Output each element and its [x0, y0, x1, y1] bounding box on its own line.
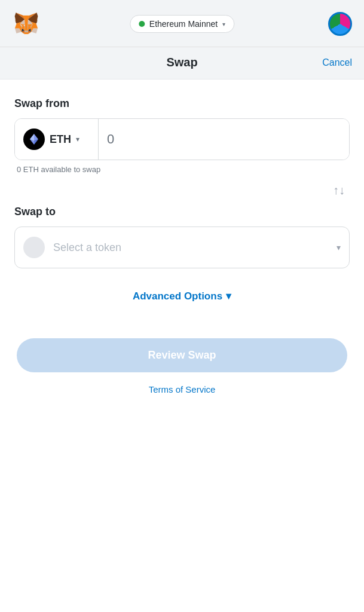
review-swap-container: Review Swap	[14, 338, 350, 372]
swap-to-section: Swap to Select a token ▾	[14, 206, 350, 268]
select-token-placeholder: Select a token	[53, 241, 337, 254]
main-content: Swap from ETH ▾ 0 ETH available to swap	[0, 79, 364, 612]
swap-direction-container: ↑↓	[14, 181, 350, 200]
header-left	[12, 10, 41, 38]
advanced-options-label: Advanced Options	[133, 290, 222, 302]
network-chevron-icon: ▾	[222, 21, 225, 27]
swap-to-label: Swap to	[14, 206, 350, 218]
eth-icon	[23, 128, 45, 150]
swap-from-input-row: ETH ▾	[14, 118, 350, 160]
page-title: Swap	[166, 56, 197, 69]
title-bar: Swap Cancel	[0, 47, 364, 79]
network-name: Ethereum Mainnet	[149, 19, 218, 29]
swap-from-label: Swap from	[14, 97, 350, 110]
swap-from-amount-input[interactable]	[99, 119, 349, 160]
terms-of-service-link[interactable]: Terms of Service	[149, 384, 216, 394]
account-avatar[interactable]	[328, 12, 352, 36]
swap-direction-button[interactable]: ↑↓	[328, 181, 350, 200]
advanced-options-container: Advanced Options ▾	[14, 290, 350, 302]
from-token-name: ETH	[50, 133, 71, 146]
advanced-options-button[interactable]: Advanced Options ▾	[133, 290, 231, 302]
network-status-dot	[139, 21, 145, 27]
to-token-selector[interactable]: Select a token ▾	[14, 227, 350, 268]
eth-diamond-icon	[27, 133, 41, 146]
svg-marker-23	[25, 30, 28, 32]
terms-container: Terms of Service	[14, 384, 350, 394]
header: Ethereum Mainnet ▾	[0, 0, 364, 47]
swap-from-section: Swap from ETH ▾ 0 ETH available to swap	[14, 97, 350, 174]
metamask-logo	[12, 10, 41, 38]
network-selector[interactable]: Ethereum Mainnet ▾	[130, 15, 234, 33]
from-token-selector[interactable]: ETH ▾	[15, 119, 99, 160]
review-swap-button[interactable]: Review Swap	[17, 338, 347, 372]
advanced-options-chevron-icon: ▾	[226, 290, 231, 302]
token-placeholder-icon	[23, 237, 45, 258]
cancel-button[interactable]: Cancel	[322, 57, 352, 68]
from-token-chevron-icon: ▾	[76, 135, 79, 143]
select-token-chevron-icon: ▾	[337, 243, 341, 252]
availability-text: 0 ETH available to swap	[17, 165, 350, 174]
